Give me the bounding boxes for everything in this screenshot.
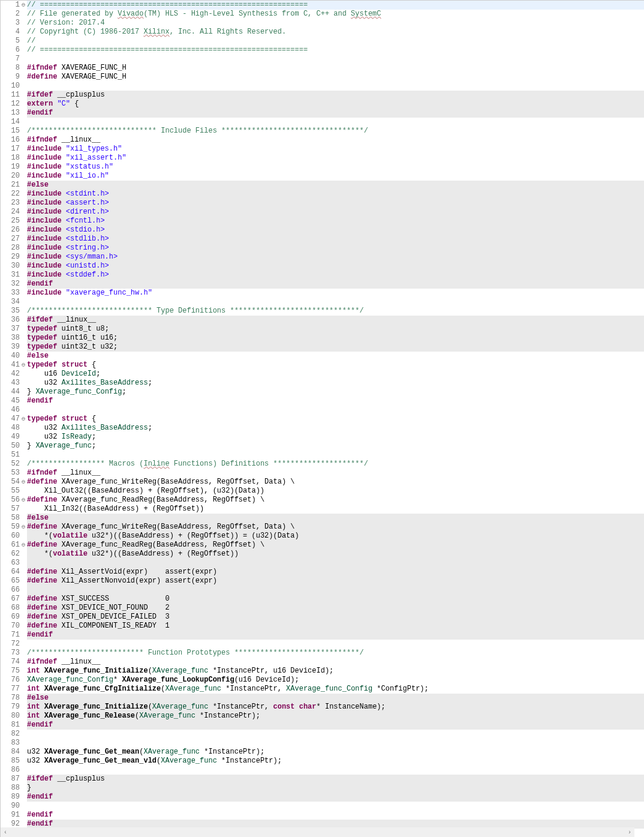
code-content[interactable]: typedef uint16_t u16; — [27, 334, 644, 343]
code-content[interactable]: #include <stdlib.h> — [27, 235, 644, 244]
code-content[interactable]: #define XAVERAGE_FUNC_H — [27, 73, 644, 82]
code-line[interactable]: 1⊖// ===================================… — [1, 1, 644, 10]
code-content[interactable]: /************************** Function Pro… — [27, 649, 644, 658]
code-content[interactable]: #include "xstatus.h" — [27, 163, 644, 172]
code-content[interactable]: /**************************** Type Defin… — [27, 307, 644, 316]
code-line[interactable]: 79int XAverage_func_Initialize(XAverage_… — [1, 703, 644, 712]
code-editor[interactable]: 1⊖// ===================================… — [0, 0, 644, 837]
code-line[interactable]: 80int XAverage_func_Release(XAverage_fun… — [1, 712, 644, 721]
code-content[interactable]: } XAverage_func; — [27, 442, 644, 451]
code-line[interactable]: 41⊖typedef struct { — [1, 361, 644, 370]
code-content[interactable]: #include <assert.h> — [27, 199, 644, 208]
code-content[interactable]: } XAverage_func_Config; — [27, 388, 644, 397]
code-line[interactable]: 42 u16 DeviceId; — [1, 370, 644, 379]
code-line[interactable]: 23#include <assert.h> — [1, 199, 644, 208]
code-content[interactable]: #define Xil_AssertNonvoid(expr) assert(e… — [27, 577, 644, 586]
code-content[interactable] — [27, 55, 644, 64]
code-content[interactable] — [27, 730, 644, 739]
code-line[interactable]: 24#include <dirent.h> — [1, 208, 644, 217]
code-content[interactable]: #ifndef __linux__ — [27, 469, 644, 478]
code-content[interactable]: #include "xil_types.h" — [27, 145, 644, 154]
code-line[interactable]: 56⊖#define XAverage_func_ReadReg(BaseAdd… — [1, 496, 644, 505]
code-line[interactable]: 18#include "xil_assert.h" — [1, 154, 644, 163]
code-content[interactable]: #include "xil_assert.h" — [27, 154, 644, 163]
code-content[interactable]: int XAverage_func_Initialize(XAverage_fu… — [27, 667, 644, 676]
code-line[interactable]: 75int XAverage_func_Initialize(XAverage_… — [1, 667, 644, 676]
code-content[interactable]: #endif — [27, 631, 644, 640]
code-line[interactable]: 36#ifdef __linux__ — [1, 316, 644, 325]
code-line[interactable]: 72 — [1, 640, 644, 649]
code-line[interactable]: 38typedef uint16_t u16; — [1, 334, 644, 343]
code-line[interactable]: 45#endif — [1, 397, 644, 406]
code-content[interactable]: #else — [27, 514, 644, 523]
code-content[interactable]: #ifdef __linux__ — [27, 316, 644, 325]
code-line[interactable]: 55 Xil_Out32((BaseAddress) + (RegOffset)… — [1, 487, 644, 496]
code-line[interactable]: 61⊖#define XAverage_func_ReadReg(BaseAdd… — [1, 541, 644, 550]
code-content[interactable]: #define XAverage_func_ReadReg(BaseAddres… — [27, 496, 644, 505]
code-line[interactable]: 60 *(volatile u32*)((BaseAddress) + (Reg… — [1, 532, 644, 541]
code-content[interactable]: u32 Axilites_BaseAddress; — [27, 379, 644, 388]
code-line[interactable]: 40#else — [1, 352, 644, 361]
code-line[interactable]: 28#include <string.h> — [1, 244, 644, 253]
code-content[interactable] — [27, 118, 644, 127]
code-content[interactable]: int XAverage_func_Release(XAverage_func … — [27, 712, 644, 721]
code-content[interactable]: #endif — [27, 280, 644, 289]
code-content[interactable]: } — [27, 784, 644, 793]
code-line[interactable]: 59⊖#define XAverage_func_WriteReg(BaseAd… — [1, 523, 644, 532]
code-line[interactable]: 7 — [1, 55, 644, 64]
code-line[interactable]: 34 — [1, 298, 644, 307]
code-line[interactable]: 70#define XIL_COMPONENT_IS_READY 1 — [1, 622, 644, 631]
code-content[interactable]: #define XAverage_func_WriteReg(BaseAddre… — [27, 478, 644, 487]
code-content[interactable]: #ifndef XAVERAGE_FUNC_H — [27, 64, 644, 73]
code-content[interactable]: #ifndef __linux__ — [27, 658, 644, 667]
code-line[interactable]: 32#endif — [1, 280, 644, 289]
code-content[interactable] — [27, 82, 644, 91]
code-line[interactable]: 63 — [1, 559, 644, 568]
code-line[interactable]: 90 — [1, 802, 644, 811]
code-line[interactable]: 48 u32 Axilites_BaseAddress; — [1, 424, 644, 433]
code-line[interactable]: 51 — [1, 451, 644, 460]
code-line[interactable]: 35/**************************** Type Def… — [1, 307, 644, 316]
code-line[interactable]: 78#else — [1, 694, 644, 703]
code-content[interactable]: #endif — [27, 793, 644, 802]
code-content[interactable]: int XAverage_func_CfgInitialize(XAverage… — [27, 685, 644, 694]
code-line[interactable]: 77int XAverage_func_CfgInitialize(XAvera… — [1, 685, 644, 694]
code-line[interactable]: 6// ====================================… — [1, 46, 644, 55]
scroll-right-icon[interactable]: › — [625, 827, 634, 837]
code-line[interactable]: 49 u32 IsReady; — [1, 433, 644, 442]
code-line[interactable]: 3// Version: 2017.4 — [1, 19, 644, 28]
code-line[interactable]: 39typedef uint32_t u32; — [1, 343, 644, 352]
code-content[interactable]: #include <stdint.h> — [27, 190, 644, 199]
code-content[interactable]: #include <sys/mman.h> — [27, 253, 644, 262]
code-line[interactable]: 88} — [1, 784, 644, 793]
code-line[interactable]: 53#ifndef __linux__ — [1, 469, 644, 478]
code-line[interactable]: 16#ifndef __linux__ — [1, 136, 644, 145]
code-content[interactable]: #define XIL_COMPONENT_IS_READY 1 — [27, 622, 644, 631]
code-line[interactable]: 43 u32 Axilites_BaseAddress; — [1, 379, 644, 388]
code-content[interactable]: #include <dirent.h> — [27, 208, 644, 217]
code-content[interactable]: #define XAverage_func_ReadReg(BaseAddres… — [27, 541, 644, 550]
code-content[interactable]: #define XAverage_func_WriteReg(BaseAddre… — [27, 523, 644, 532]
code-content[interactable]: /***************************** Include F… — [27, 127, 644, 136]
horizontal-scrollbar[interactable]: ‹ › — [1, 827, 634, 837]
code-content[interactable]: u32 Axilites_BaseAddress; — [27, 424, 644, 433]
code-content[interactable] — [27, 802, 644, 811]
code-line[interactable]: 46 — [1, 406, 644, 415]
code-content[interactable]: // Version: 2017.4 — [27, 19, 644, 28]
code-content[interactable]: *(volatile u32*)((BaseAddress) + (RegOff… — [27, 550, 644, 559]
fold-toggle-icon[interactable]: ⊖ — [20, 523, 27, 532]
code-line[interactable]: 8#ifndef XAVERAGE_FUNC_H — [1, 64, 644, 73]
code-line[interactable]: 54⊖#define XAverage_func_WriteReg(BaseAd… — [1, 478, 644, 487]
scroll-left-icon[interactable]: ‹ — [1, 827, 10, 837]
code-content[interactable] — [27, 406, 644, 415]
code-line[interactable]: 76XAverage_func_Config* XAverage_func_Lo… — [1, 676, 644, 685]
code-content[interactable] — [27, 640, 644, 649]
code-line[interactable]: 85u32 XAverage_func_Get_mean_vld(XAverag… — [1, 757, 644, 766]
code-line[interactable]: 64#define Xil_AssertVoid(expr) assert(ex… — [1, 568, 644, 577]
code-line[interactable]: 67#define XST_SUCCESS 0 — [1, 595, 644, 604]
code-content[interactable]: #include <unistd.h> — [27, 262, 644, 271]
code-content[interactable] — [27, 559, 644, 568]
code-content[interactable]: #include <stddef.h> — [27, 271, 644, 280]
code-line[interactable]: 58#else — [1, 514, 644, 523]
fold-toggle-icon[interactable]: ⊖ — [20, 496, 27, 505]
